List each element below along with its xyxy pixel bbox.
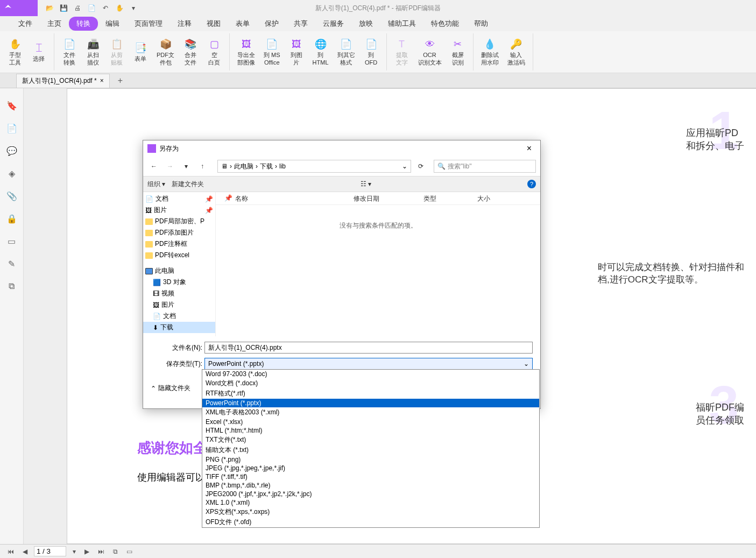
col-name[interactable]: 名称 [231,192,349,204]
from-clipboard-button[interactable]: 📋从剪 贴板 [106,33,128,70]
dropdown-option[interactable]: 辅助文本 (*.txt) [202,445,539,455]
dropdown-option[interactable]: BMP (*.bmp,*.dib,*.rle) [202,481,539,490]
dropdown-option[interactable]: XPS文档(*.xps,*.oxps) [202,507,539,517]
hide-folders-button[interactable]: ⌃ 隐藏文件夹 [151,384,190,393]
forward-button[interactable]: → [164,160,176,173]
tree-item[interactable]: 🟦3D 对象 [143,277,215,288]
organize-button[interactable]: 组织 ▾ [147,180,165,189]
dropdown-option[interactable]: HTML (*.htm;*.html) [202,426,539,435]
dropdown-option[interactable]: XML 1.0 (*.xml) [202,498,539,507]
menu-item-8[interactable]: 保护 [257,17,286,31]
file-convert-button[interactable]: 📄文件 转换 [59,33,80,70]
tree-item[interactable]: 🖼图片📌 [143,204,215,216]
attachments-icon[interactable]: 📎 [5,189,18,202]
pages-icon[interactable]: 📄 [5,122,18,135]
dropdown-option[interactable]: TXT文件(*.txt) [202,435,539,445]
col-date[interactable]: 修改日期 [349,192,419,204]
tree-item[interactable]: 📄文档📌 [143,193,215,204]
touch-icon[interactable]: ✋ [113,2,126,15]
dropdown-option[interactable]: Word文档 (*.docx) [202,378,539,389]
undo-icon[interactable]: ↶ [99,2,112,15]
folder-tree[interactable]: 📄文档📌 🖼图片📌 PDF局部加密、P PDF添加图片 PDF注释框 PDF转e… [143,192,216,336]
extract-text-button[interactable]: T提取 文字 [391,33,413,70]
tree-item[interactable]: PDF添加图片 [143,227,215,238]
menu-item-1[interactable]: 主页 [40,17,69,31]
menu-item-2[interactable]: 转换 [69,17,98,31]
menu-item-4[interactable]: 页面管理 [127,17,170,31]
menu-item-11[interactable]: 放映 [351,17,380,31]
col-type[interactable]: 类型 [419,192,473,204]
blank-page-button[interactable]: ▢空 白页 [203,33,225,70]
dropdown-option[interactable]: JPEG (*.jpg,*.jpeg,*.jpe,*.jif) [202,464,539,472]
dropdown-option[interactable]: JPEG2000 (*.jpf,*.jpx,*.jp2,*.j2k,*.jpc) [202,490,539,498]
filename-input[interactable] [204,342,533,354]
first-page-button[interactable]: ⏮ [5,548,16,555]
pdf-package-button[interactable]: 📦PDF文 件包 [153,33,178,70]
menu-item-10[interactable]: 云服务 [315,17,351,31]
page-dropdown-button[interactable]: ▾ [70,548,78,555]
add-tab-button[interactable]: + [118,76,123,86]
remove-watermark-button[interactable]: 💧删除试 用水印 [478,33,502,70]
menu-item-9[interactable]: 共享 [286,17,315,31]
save-icon[interactable]: 💾 [57,2,70,15]
from-scanner-button[interactable]: 📠从扫 描仪 [82,33,104,70]
help-button[interactable]: ? [527,180,536,188]
menu-item-6[interactable]: 视图 [199,17,228,31]
view-options-button[interactable]: ☷ ▾ [361,180,371,188]
menu-item-5[interactable]: 注释 [170,17,199,31]
prev-page-button[interactable]: ◀ [20,548,30,555]
bookmark-icon[interactable]: 🔖 [5,99,18,112]
to-ofd-button[interactable]: 📄到 OFD [361,33,382,70]
form-button[interactable]: 📑表单 [130,33,151,70]
breadcrumb-segment[interactable]: 下载 [260,162,273,171]
close-tab-icon[interactable]: × [100,77,104,84]
dropdown-option[interactable]: RTF格式(*.rtf) [202,389,539,399]
activate-button[interactable]: 🔑输入 激活码 [504,33,528,70]
breadcrumb-segment[interactable]: lib [279,163,286,170]
to-html-button[interactable]: 🌐到 HTML [309,33,332,70]
next-page-button[interactable]: ▶ [82,548,91,555]
close-dialog-button[interactable]: × [522,144,536,153]
dropdown-option[interactable]: OFD文件 (*.ofd) [202,517,539,527]
hand-tool-button[interactable]: ✋手型 工具 [4,33,26,70]
chevron-down-icon[interactable]: ⌄ [402,163,407,170]
recent-dropdown[interactable]: ▾ [180,160,193,173]
dropdown-option[interactable]: PNG (*.png) [202,455,539,464]
export-images-button[interactable]: 🖼导出全 部图像 [234,33,258,70]
tree-item-this-pc[interactable]: 此电脑 [143,265,215,277]
tree-item[interactable]: PDF注释框 [143,238,215,250]
menu-item-14[interactable]: 帮助 [467,17,496,31]
tree-item[interactable]: 🖼图片 [143,299,215,310]
open-icon[interactable]: 📂 [43,2,56,15]
to-office-button[interactable]: 📄到 MS Office [260,33,284,70]
dropdown-option[interactable]: Word 97-2003 (*.doc) [202,370,539,378]
back-button[interactable]: ← [147,160,160,173]
file-list[interactable]: 📌 名称 修改日期 类型 大小 没有与搜索条件匹配的项。 [216,192,540,336]
comments-icon[interactable]: 💬 [5,144,18,157]
ocr-button[interactable]: 👁OCR 识别文本 [415,33,445,70]
security-icon[interactable]: 🔒 [5,212,18,225]
to-image-button[interactable]: 🖼到图 片 [286,33,307,70]
col-pin[interactable]: 📌 [220,192,231,204]
search-input[interactable]: 🔍 搜索"lib" [434,160,536,173]
compare-icon[interactable]: ⧉ [5,280,18,293]
up-button[interactable]: ↑ [196,160,209,173]
new-folder-button[interactable]: 新建文件夹 [172,180,204,189]
menu-item-7[interactable]: 表单 [228,17,257,31]
qat-more-icon[interactable]: ▾ [127,2,140,15]
col-size[interactable]: 大小 [473,192,516,204]
breadcrumb-segment[interactable]: 此电脑 [234,162,253,171]
tree-item[interactable]: PDF局部加密、P [143,216,215,227]
print-icon[interactable]: 🖨 [71,2,84,15]
dropdown-option[interactable]: TIFF (*.tiff,*.tif) [202,472,539,481]
tree-item[interactable]: 📄文档 [143,310,215,322]
fields-icon[interactable]: ▭ [5,235,18,248]
filetype-dropdown[interactable]: Word 97-2003 (*.doc)Word文档 (*.docx)RTF格式… [202,369,540,528]
dropdown-option[interactable]: Excel (*.xlsx) [202,418,539,426]
menu-item-0[interactable]: 文件 [11,17,40,31]
last-page-button[interactable]: ⏭ [96,548,107,555]
new-icon[interactable]: 📄 [85,2,98,15]
page-input[interactable] [34,546,66,556]
merge-button[interactable]: 📚合并 文件 [180,33,201,70]
menu-item-12[interactable]: 辅助工具 [380,17,423,31]
